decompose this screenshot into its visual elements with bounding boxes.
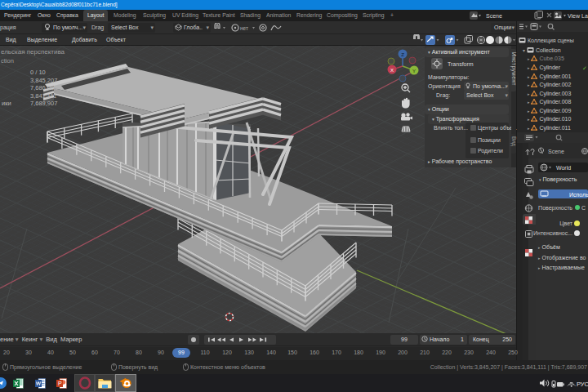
svg-text:Использ: Использ	[569, 192, 588, 198]
svg-text:P: P	[58, 381, 62, 386]
svg-text:Y: Y	[412, 69, 416, 74]
svg-text:ельская перспектива: ельская перспектива	[1, 48, 65, 56]
svg-text:View La: View La	[568, 13, 588, 19]
svg-text:Z: Z	[401, 52, 404, 57]
svg-text:ction: ction	[1, 57, 14, 65]
svg-text:7,689,907: 7,689,907	[30, 100, 57, 107]
svg-text:Scene: Scene	[486, 13, 502, 19]
svg-text:ики: ики	[2, 100, 11, 107]
svg-text:Transform: Transform	[448, 61, 474, 67]
svg-text:нет: нет	[240, 25, 248, 31]
svg-text:7,686,084: 7,686,084	[30, 84, 57, 91]
svg-text:0 / 10: 0 / 10	[30, 69, 46, 76]
svg-text:World: World	[556, 165, 571, 171]
svg-text:3,841,111: 3,841,111	[30, 92, 56, 100]
svg-text:Scene: Scene	[548, 149, 564, 154]
svg-text:РУС: РУС	[577, 381, 588, 388]
svg-text:3,845,207: 3,845,207	[30, 77, 57, 84]
svg-text:X: X	[390, 68, 394, 73]
